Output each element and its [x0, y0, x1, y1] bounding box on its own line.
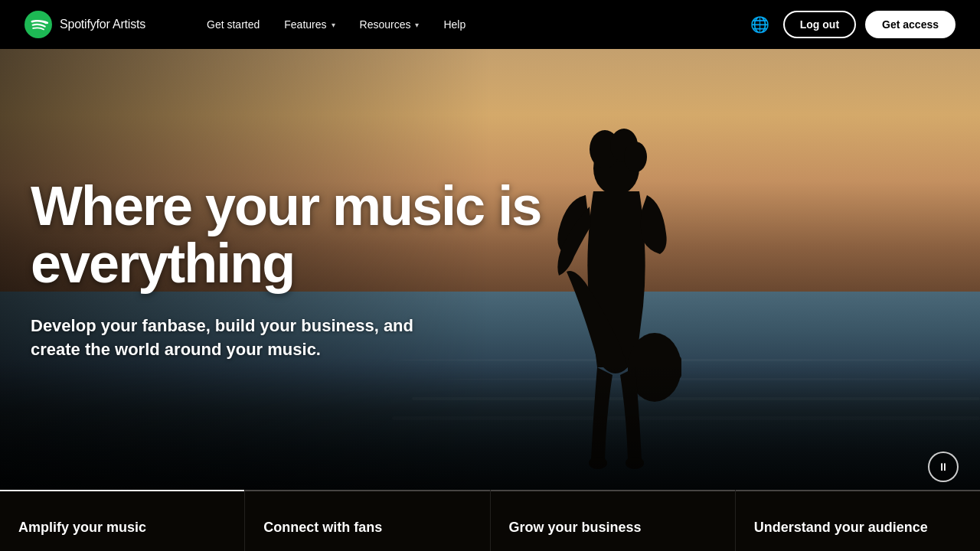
features-chevron-icon: ▾	[332, 21, 335, 29]
get-access-button[interactable]: Get access	[865, 11, 956, 38]
nav-features[interactable]: Features ▾	[284, 18, 335, 31]
feature-grow[interactable]: Grow your business	[491, 490, 736, 551]
feature-amplify[interactable]: Amplify your music	[0, 490, 245, 551]
feature-connect[interactable]: Connect with fans	[245, 490, 490, 551]
logo-text: Spotifyfor Artists	[60, 18, 145, 31]
feature-amplify-label: Amplify your music	[18, 519, 226, 536]
spotify-logo[interactable]: Spotifyfor Artists	[24, 11, 145, 38]
hero-subtitle: Develop your fanbase, build your busines…	[31, 315, 413, 362]
nav-resources[interactable]: Resources ▾	[360, 18, 420, 31]
logout-button[interactable]: Log out	[783, 11, 856, 38]
pause-icon: ⏸	[938, 461, 949, 473]
feature-connect-label: Connect with fans	[263, 519, 471, 536]
nav-help[interactable]: Help	[443, 18, 466, 31]
hero-section: Where your music is everything Develop y…	[0, 0, 980, 551]
feature-bar: Amplify your music Connect with fans Gro…	[0, 490, 980, 551]
pause-button[interactable]: ⏸	[928, 452, 959, 482]
globe-icon: 🌐	[750, 15, 769, 34]
nav-get-started[interactable]: Get started	[207, 18, 260, 31]
resources-chevron-icon: ▾	[415, 21, 419, 29]
navbar: Spotifyfor Artists Get started Features …	[0, 0, 980, 49]
hero-content: Where your music is everything Develop y…	[0, 49, 980, 490]
feature-understand[interactable]: Understand your audience	[736, 490, 980, 551]
feature-understand-label: Understand your audience	[754, 519, 962, 536]
hero-title: Where your music is everything	[31, 178, 551, 293]
language-button[interactable]: 🌐	[746, 11, 774, 38]
spotify-icon	[24, 11, 52, 38]
navbar-actions: 🌐 Log out Get access	[746, 11, 956, 38]
feature-grow-label: Grow your business	[509, 519, 717, 536]
main-nav: Get started Features ▾ Resources ▾ Help	[207, 18, 746, 31]
